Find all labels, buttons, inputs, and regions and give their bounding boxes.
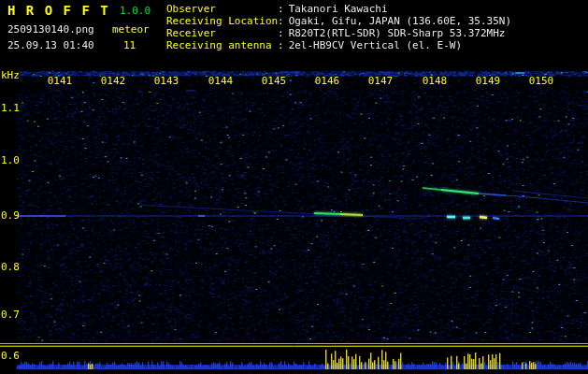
- x-tick-label: 0142: [101, 75, 126, 87]
- y-tick-label: 0.7: [1, 309, 20, 321]
- y-tick-label: 1.1: [1, 102, 20, 114]
- info-value: R820T2(RTL-SDR) SDR-Sharp 53.372MHz: [289, 27, 506, 39]
- hrofft-window: H R O F F T 1.0.0 2509130140.png meteor …: [0, 0, 588, 374]
- info-label: Observer: [166, 3, 278, 15]
- info-separator: :: [278, 15, 284, 27]
- output-filename: 2509130140.png: [7, 23, 94, 36]
- info-row: Receiver:R820T2(RTL-SDR) SDR-Sharp 53.37…: [166, 27, 511, 39]
- x-tick-label: 0150: [529, 75, 554, 87]
- timestamp: 25.09.13 01:40: [7, 39, 94, 51]
- x-tick-label: 0149: [476, 75, 501, 87]
- y-tick-label: 1.0: [1, 154, 20, 166]
- x-tick-label: 0145: [262, 75, 287, 87]
- meteor-count: 11: [123, 39, 136, 51]
- x-tick-label: 0147: [368, 75, 394, 87]
- info-row: Receiving antenna:2el-HB9CV Vertical (el…: [166, 39, 511, 51]
- info-value: Ogaki, Gifu, JAPAN (136.60E, 35.35N): [289, 15, 511, 27]
- info-value: Takanori Kawachi: [289, 3, 388, 15]
- x-tick-label: 0148: [423, 75, 448, 87]
- mode-label: meteor: [112, 23, 150, 36]
- y-tick-label: 0.6: [1, 350, 20, 362]
- info-value: 2el-HB9CV Vertical (el. E-W): [289, 39, 462, 51]
- app-title: H R O F F T: [7, 3, 109, 18]
- y-tick-label: 0.9: [1, 209, 20, 222]
- info-label: Receiver: [166, 27, 278, 39]
- info-panel: Observer:Takanori Kawachi Receiving Loca…: [166, 3, 511, 51]
- x-tick-label: 0144: [208, 75, 234, 87]
- x-tick-label: 0143: [154, 75, 179, 87]
- app-version: 1.0.0: [120, 5, 151, 17]
- info-row: Observer:Takanori Kawachi: [166, 3, 511, 15]
- text-overlay: H R O F F T 1.0.0 2509130140.png meteor …: [0, 0, 588, 374]
- y-axis-unit: kHz: [1, 69, 20, 81]
- info-separator: :: [278, 3, 284, 15]
- info-separator: :: [278, 39, 284, 51]
- x-tick-label: 0141: [48, 75, 73, 87]
- info-row: Receiving Location:Ogaki, Gifu, JAPAN (1…: [166, 15, 511, 27]
- x-tick-label: 0146: [315, 75, 340, 87]
- info-separator: :: [278, 27, 284, 39]
- info-label: Receiving antenna: [166, 39, 278, 51]
- info-label: Receiving Location: [166, 15, 278, 27]
- y-tick-label: 0.8: [1, 261, 20, 273]
